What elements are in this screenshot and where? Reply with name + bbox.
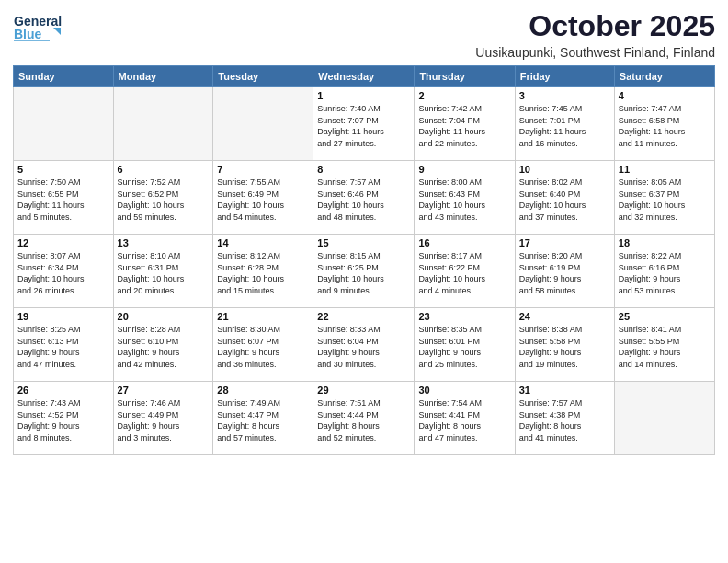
week-row-5: 26Sunrise: 7:43 AM Sunset: 4:52 PM Dayli… bbox=[14, 382, 715, 455]
day-info: Sunrise: 7:47 AM Sunset: 6:58 PM Dayligh… bbox=[619, 103, 711, 149]
day-info: Sunrise: 7:40 AM Sunset: 7:07 PM Dayligh… bbox=[317, 103, 410, 149]
calendar-cell: 8Sunrise: 7:57 AM Sunset: 6:46 PM Daylig… bbox=[313, 161, 415, 235]
calendar-cell: 9Sunrise: 8:00 AM Sunset: 6:43 PM Daylig… bbox=[415, 161, 515, 235]
weekday-header-wednesday: Wednesday bbox=[313, 66, 415, 87]
title-block: October 2025 Uusikaupunki, Southwest Fin… bbox=[475, 9, 715, 60]
day-info: Sunrise: 8:28 AM Sunset: 6:10 PM Dayligh… bbox=[118, 324, 210, 370]
calendar-cell: 18Sunrise: 8:22 AM Sunset: 6:16 PM Dayli… bbox=[614, 235, 714, 308]
day-info: Sunrise: 8:00 AM Sunset: 6:43 PM Dayligh… bbox=[418, 177, 510, 223]
calendar-cell: 12Sunrise: 8:07 AM Sunset: 6:34 PM Dayli… bbox=[14, 235, 114, 308]
day-number: 22 bbox=[317, 311, 410, 322]
day-number: 27 bbox=[118, 385, 210, 396]
day-number: 31 bbox=[519, 385, 610, 396]
calendar-cell bbox=[113, 87, 213, 161]
weekday-header-thursday: Thursday bbox=[415, 66, 515, 87]
day-info: Sunrise: 8:22 AM Sunset: 6:16 PM Dayligh… bbox=[619, 250, 711, 296]
calendar-cell: 7Sunrise: 7:55 AM Sunset: 6:49 PM Daylig… bbox=[213, 161, 313, 235]
location-title: Uusikaupunki, Southwest Finland, Finland bbox=[475, 45, 715, 60]
day-info: Sunrise: 7:43 AM Sunset: 4:52 PM Dayligh… bbox=[17, 397, 109, 443]
calendar-cell: 14Sunrise: 8:12 AM Sunset: 6:28 PM Dayli… bbox=[213, 235, 313, 308]
svg-text:Blue: Blue bbox=[14, 27, 42, 41]
day-info: Sunrise: 8:05 AM Sunset: 6:37 PM Dayligh… bbox=[619, 177, 711, 223]
weekday-header-friday: Friday bbox=[515, 66, 614, 87]
day-number: 6 bbox=[118, 164, 210, 175]
week-row-1: 1Sunrise: 7:40 AM Sunset: 7:07 PM Daylig… bbox=[14, 87, 715, 161]
day-number: 1 bbox=[317, 90, 410, 101]
day-number: 21 bbox=[217, 311, 309, 322]
day-info: Sunrise: 8:15 AM Sunset: 6:25 PM Dayligh… bbox=[317, 250, 410, 296]
day-info: Sunrise: 7:55 AM Sunset: 6:49 PM Dayligh… bbox=[217, 177, 309, 223]
day-number: 16 bbox=[418, 237, 510, 248]
calendar-cell: 16Sunrise: 8:17 AM Sunset: 6:22 PM Dayli… bbox=[415, 235, 515, 308]
calendar-cell: 3Sunrise: 7:45 AM Sunset: 7:01 PM Daylig… bbox=[515, 87, 614, 161]
day-number: 13 bbox=[118, 237, 210, 248]
day-info: Sunrise: 8:02 AM Sunset: 6:40 PM Dayligh… bbox=[519, 177, 610, 223]
day-info: Sunrise: 7:57 AM Sunset: 4:38 PM Dayligh… bbox=[519, 397, 610, 443]
calendar-cell: 19Sunrise: 8:25 AM Sunset: 6:13 PM Dayli… bbox=[14, 308, 114, 382]
day-info: Sunrise: 8:20 AM Sunset: 6:19 PM Dayligh… bbox=[519, 250, 610, 296]
day-info: Sunrise: 8:38 AM Sunset: 5:58 PM Dayligh… bbox=[519, 324, 610, 370]
calendar-cell: 25Sunrise: 8:41 AM Sunset: 5:55 PM Dayli… bbox=[614, 308, 714, 382]
day-number: 19 bbox=[17, 311, 109, 322]
calendar-cell: 2Sunrise: 7:42 AM Sunset: 7:04 PM Daylig… bbox=[415, 87, 515, 161]
week-row-4: 19Sunrise: 8:25 AM Sunset: 6:13 PM Dayli… bbox=[14, 308, 715, 382]
day-number: 5 bbox=[17, 164, 109, 175]
weekday-header-row: SundayMondayTuesdayWednesdayThursdayFrid… bbox=[14, 66, 715, 87]
day-info: Sunrise: 8:07 AM Sunset: 6:34 PM Dayligh… bbox=[17, 250, 109, 296]
day-number: 24 bbox=[519, 311, 610, 322]
calendar-cell bbox=[213, 87, 313, 161]
calendar-cell: 22Sunrise: 8:33 AM Sunset: 6:04 PM Dayli… bbox=[313, 308, 415, 382]
weekday-header-monday: Monday bbox=[113, 66, 213, 87]
header: General Blue October 2025 Uusikaupunki, … bbox=[13, 9, 715, 60]
day-info: Sunrise: 7:42 AM Sunset: 7:04 PM Dayligh… bbox=[418, 103, 510, 149]
calendar-cell: 29Sunrise: 7:51 AM Sunset: 4:44 PM Dayli… bbox=[313, 382, 415, 455]
calendar-cell: 23Sunrise: 8:35 AM Sunset: 6:01 PM Dayli… bbox=[415, 308, 515, 382]
day-info: Sunrise: 8:33 AM Sunset: 6:04 PM Dayligh… bbox=[317, 324, 410, 370]
day-number: 17 bbox=[519, 237, 610, 248]
day-number: 9 bbox=[418, 164, 510, 175]
day-info: Sunrise: 7:51 AM Sunset: 4:44 PM Dayligh… bbox=[317, 397, 410, 443]
calendar-cell: 1Sunrise: 7:40 AM Sunset: 7:07 PM Daylig… bbox=[313, 87, 415, 161]
weekday-header-sunday: Sunday bbox=[14, 66, 114, 87]
day-number: 14 bbox=[217, 237, 309, 248]
day-number: 29 bbox=[317, 385, 410, 396]
week-row-2: 5Sunrise: 7:50 AM Sunset: 6:55 PM Daylig… bbox=[14, 161, 715, 235]
calendar-cell: 28Sunrise: 7:49 AM Sunset: 4:47 PM Dayli… bbox=[213, 382, 313, 455]
day-number: 20 bbox=[118, 311, 210, 322]
day-number: 26 bbox=[17, 385, 109, 396]
day-number: 18 bbox=[619, 237, 711, 248]
day-number: 3 bbox=[519, 90, 610, 101]
weekday-header-saturday: Saturday bbox=[614, 66, 714, 87]
calendar-cell: 21Sunrise: 8:30 AM Sunset: 6:07 PM Dayli… bbox=[213, 308, 313, 382]
day-number: 2 bbox=[418, 90, 510, 101]
day-info: Sunrise: 7:50 AM Sunset: 6:55 PM Dayligh… bbox=[17, 177, 109, 223]
logo-svg: General Blue bbox=[13, 9, 66, 48]
calendar-cell: 13Sunrise: 8:10 AM Sunset: 6:31 PM Dayli… bbox=[113, 235, 213, 308]
calendar-cell bbox=[614, 382, 714, 455]
day-info: Sunrise: 8:25 AM Sunset: 6:13 PM Dayligh… bbox=[17, 324, 109, 370]
day-info: Sunrise: 7:46 AM Sunset: 4:49 PM Dayligh… bbox=[118, 397, 210, 443]
calendar-cell: 11Sunrise: 8:05 AM Sunset: 6:37 PM Dayli… bbox=[614, 161, 714, 235]
day-number: 7 bbox=[217, 164, 309, 175]
calendar-cell: 27Sunrise: 7:46 AM Sunset: 4:49 PM Dayli… bbox=[113, 382, 213, 455]
calendar-cell: 30Sunrise: 7:54 AM Sunset: 4:41 PM Dayli… bbox=[415, 382, 515, 455]
day-info: Sunrise: 8:17 AM Sunset: 6:22 PM Dayligh… bbox=[418, 250, 510, 296]
day-number: 15 bbox=[317, 237, 410, 248]
calendar-cell: 31Sunrise: 7:57 AM Sunset: 4:38 PM Dayli… bbox=[515, 382, 614, 455]
month-title: October 2025 bbox=[475, 9, 715, 43]
calendar-cell: 26Sunrise: 7:43 AM Sunset: 4:52 PM Dayli… bbox=[14, 382, 114, 455]
weekday-header-tuesday: Tuesday bbox=[213, 66, 313, 87]
day-number: 30 bbox=[418, 385, 510, 396]
day-number: 12 bbox=[17, 237, 109, 248]
day-info: Sunrise: 8:10 AM Sunset: 6:31 PM Dayligh… bbox=[118, 250, 210, 296]
day-number: 4 bbox=[619, 90, 711, 101]
day-number: 25 bbox=[619, 311, 711, 322]
day-info: Sunrise: 7:45 AM Sunset: 7:01 PM Dayligh… bbox=[519, 103, 610, 149]
logo: General Blue bbox=[13, 9, 66, 48]
day-info: Sunrise: 7:57 AM Sunset: 6:46 PM Dayligh… bbox=[317, 177, 410, 223]
day-number: 10 bbox=[519, 164, 610, 175]
calendar-cell: 5Sunrise: 7:50 AM Sunset: 6:55 PM Daylig… bbox=[14, 161, 114, 235]
day-info: Sunrise: 8:41 AM Sunset: 5:55 PM Dayligh… bbox=[619, 324, 711, 370]
calendar-cell: 17Sunrise: 8:20 AM Sunset: 6:19 PM Dayli… bbox=[515, 235, 614, 308]
day-info: Sunrise: 7:49 AM Sunset: 4:47 PM Dayligh… bbox=[217, 397, 309, 443]
